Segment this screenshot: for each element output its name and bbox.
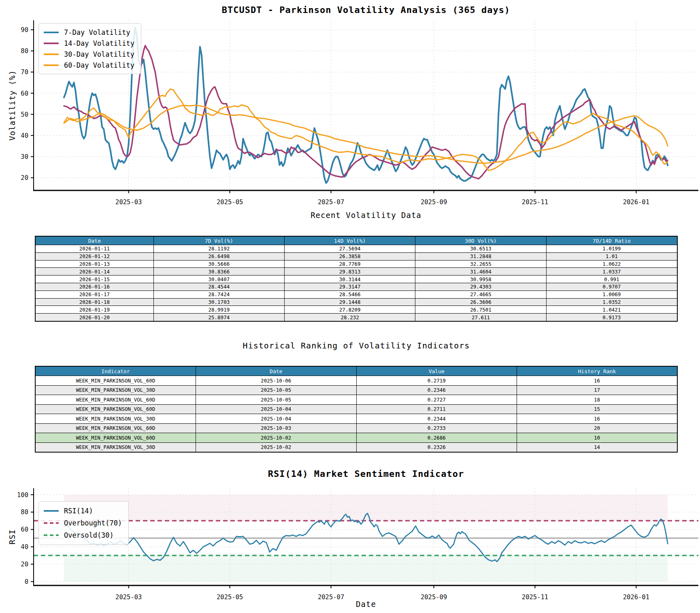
table-row: WEEK_MIN_PARKINSON_VOL_60D2025-10-040.27… [35,404,677,414]
table-row: 2026-01-1728.742428.546627.46651.0069 [35,290,677,298]
table-cell: 28.5466 [285,290,415,298]
table-cell: 15 [517,404,678,414]
table-cell: 30.3144 [285,276,415,283]
table-cell: 1.01 [546,252,677,260]
y-tick-label: 20 [21,561,28,568]
y-tick-label: 70 [21,68,28,76]
table-cell: 1.0421 [546,306,677,314]
legend-label: 14-Day Volatility [64,39,134,47]
rsi-y-axis-label: RSI [8,529,17,544]
table-cell: WEEK_MIN_PARKINSON_VOL_30D [35,385,196,395]
table-cell: 2026-01-14 [35,268,153,276]
table-cell: 0.2719 [356,376,517,386]
volatility-y-axis-label: Volatility (%) [8,70,17,141]
table-header-row: Date7D Vol(%)14D Vol(%)30D Vol(%)7D/14D … [35,236,677,245]
legend-item: RSI(14) [44,505,122,517]
table-cell: 1.0352 [546,298,677,306]
table-cell: 0.2346 [356,385,517,395]
table-cell: 29.1448 [285,298,415,306]
table-cell: 14 [517,442,678,452]
table-cell: 32.2655 [415,260,546,268]
line-swatch-icon [44,64,59,66]
table-cell: 2026-01-13 [35,260,153,268]
legend-item: 60-Day Volatility [44,60,134,70]
table-cell: 2026-01-19 [35,306,153,314]
table-cell: 16 [517,376,678,386]
overbought-zone [64,495,668,521]
x-tick-label: 2026-01 [623,199,649,206]
table-row: WEEK_MIN_PARKINSON_VOL_60D2025-10-050.27… [35,395,677,405]
table-cell: 27.5694 [285,245,415,253]
table-cell: 29.4303 [415,283,546,290]
dashed-line-swatch-icon [44,522,59,524]
y-tick-label: 100 [17,491,28,499]
table-cell: 2025-10-06 [196,376,357,386]
table-cell: 18 [517,395,678,405]
series-30-day-volatility [64,89,668,171]
rsi-x-axis-label: Date [34,600,698,609]
table-cell: 30.8366 [153,268,284,276]
table-cell: 31.4604 [415,268,546,276]
table-cell: 30.1703 [153,298,284,306]
table-cell: 2026-01-15 [35,276,153,283]
y-tick-label: 80 [21,47,28,55]
table-cell: 26.6498 [153,252,284,260]
ranking-table: IndicatorDateValueHistory Rank WEEK_MIN_… [35,366,678,453]
y-tick-label: 40 [21,132,28,139]
volatility-legend: 7-Day Volatility14-Day Volatility30-Day … [38,23,141,74]
table-row: WEEK_MIN_PARKINSON_VOL_30D2025-10-050.23… [35,385,677,395]
y-tick-label: 50 [21,111,28,118]
legend-item: 30-Day Volatility [44,49,134,60]
line-swatch-icon [44,53,59,55]
table-cell: WEEK_MIN_PARKINSON_VOL_60D [35,395,196,405]
table-cell: 27.611 [415,314,546,321]
table-cell: 2026-01-20 [35,314,153,321]
table-cell: WEEK_MIN_PARKINSON_VOL_60D [35,404,196,414]
table-cell: 2025-10-02 [196,442,357,452]
legend-item: 7-Day Volatility [44,27,134,38]
rsi-legend: RSI(14)Overbought(70)Oversold(30) [38,501,129,545]
table-row: 2026-01-1330.566628.776932.26551.0622 [35,260,677,268]
table-row: 2026-01-1226.649826.385831.28481.01 [35,252,677,260]
table-cell: 10 [517,433,678,443]
y-tick-label: 40 [21,543,28,551]
legend-label: 30-Day Volatility [64,50,134,58]
dashed-line-swatch-icon [44,534,59,536]
table-row: WEEK_MIN_PARKINSON_VOL_30D2025-10-020.23… [35,442,677,452]
table-row: 2026-01-2025.897428.23227.6110.9173 [35,314,677,321]
table-cell: WEEK_MIN_PARKINSON_VOL_60D [35,433,196,443]
table-cell: 28.4544 [153,283,284,290]
table-row: 2026-01-1928.991927.820926.75011.0421 [35,306,677,314]
column-header: Value [356,366,517,376]
y-tick-label: 60 [21,90,28,97]
table-cell: 2026-01-12 [35,252,153,260]
rsi-chart-title: RSI(14) Market Sentiment Indicator [34,469,698,479]
table-cell: WEEK_MIN_PARKINSON_VOL_60D [35,423,196,433]
table-cell: 26.3858 [285,252,415,260]
table-cell: 0.2344 [356,414,517,424]
table-cell: 1.0337 [546,268,677,276]
y-tick-label: 30 [21,153,28,160]
table-cell: WEEK_MIN_PARKINSON_VOL_30D [35,442,196,452]
y-tick-label: 60 [21,526,28,533]
table-cell: 2025-10-05 [196,395,357,405]
table-cell: 17 [517,385,678,395]
column-header: Date [196,366,357,376]
legend-label: Overbought(70) [64,519,122,527]
table-cell: 27.8209 [285,306,415,314]
line-swatch-icon [44,32,59,33]
table-cell: 30.0407 [153,276,284,283]
column-header: Indicator [35,366,196,376]
table-cell: 29.3147 [285,283,415,290]
x-tick-label: 2025-11 [522,199,548,206]
table-cell: 2025-10-03 [196,423,357,433]
table-cell: WEEK_MIN_PARKINSON_VOL_30D [35,414,196,424]
table-cell: 0.991 [546,276,677,283]
ranking-table-body: WEEK_MIN_PARKINSON_VOL_60D2025-10-060.27… [35,376,677,453]
x-tick-label: 2025-03 [115,199,142,206]
table-cell: 31.2848 [415,252,546,260]
column-header: 14D Vol(%) [285,236,415,245]
table-cell: 29.8313 [285,268,415,276]
x-tick-label: 2025-07 [318,199,344,206]
table-cell: 26.7501 [415,306,546,314]
